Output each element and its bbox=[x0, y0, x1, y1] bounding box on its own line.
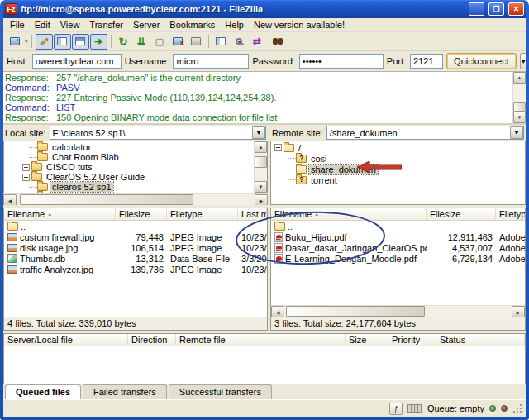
column-filetype[interactable]: Filetype bbox=[167, 208, 238, 220]
username-input[interactable] bbox=[173, 54, 249, 69]
tree-hscroll-thumb[interactable] bbox=[20, 194, 193, 205]
tree-item-clearos-competitive[interactable]: Clearos Competitive bbox=[6, 192, 254, 193]
tree-item-torrent[interactable]: torrent bbox=[273, 174, 525, 185]
tree-item-share-dokumen[interactable]: share_dokumen bbox=[273, 164, 525, 174]
local-tree-toggle-button[interactable] bbox=[54, 34, 71, 50]
scroll-down-icon[interactable]: ▼ bbox=[513, 112, 526, 123]
tab-successful-transfers[interactable]: Successful transfers bbox=[169, 384, 272, 399]
column-status[interactable]: Status bbox=[436, 334, 525, 346]
site-manager-dropdown[interactable]: ▾ bbox=[25, 38, 28, 45]
status-bar: ƒ Queue: empty bbox=[3, 399, 526, 417]
disconnect-button[interactable]: × bbox=[169, 34, 187, 50]
column-server-local-file[interactable]: Server/Local file bbox=[4, 334, 128, 346]
scroll-down-icon[interactable]: ▼ bbox=[255, 181, 267, 193]
list-item[interactable]: Thumbs.db13,312Data Base File3/3/2011 10… bbox=[4, 253, 267, 264]
scroll-right-icon[interactable]: ▶ bbox=[512, 306, 525, 317]
process-queue-button[interactable]: ⇊ bbox=[133, 34, 150, 50]
log-vertical-scrollbar[interactable]: ▲ ▼ bbox=[512, 72, 526, 123]
cancel-operation-button[interactable]: ▢ bbox=[151, 34, 169, 50]
host-input[interactable] bbox=[32, 54, 122, 69]
column-direction[interactable]: Direction bbox=[128, 334, 176, 346]
scroll-left-icon[interactable]: ◀ bbox=[3, 194, 17, 205]
folder-icon bbox=[37, 143, 48, 151]
minimize-button[interactable]: _ bbox=[469, 2, 484, 16]
password-input[interactable] bbox=[299, 54, 384, 69]
column-filesize[interactable]: Filesize bbox=[116, 208, 167, 220]
list-item[interactable]: Dasar_dasar_Jaringan_ClearOS.pdf4,537,00… bbox=[271, 242, 525, 253]
column-size[interactable]: Size bbox=[346, 334, 388, 346]
log-scroll-thumb[interactable] bbox=[513, 102, 526, 112]
menu-help[interactable]: Help bbox=[220, 19, 249, 31]
port-input[interactable] bbox=[410, 54, 443, 69]
menu-new-version[interactable]: New version available! bbox=[249, 19, 350, 31]
list-item-updir[interactable]: .. bbox=[271, 221, 525, 231]
directory-comparison-icon bbox=[236, 38, 242, 45]
local-status-text: 4 files. Total size: 339,010 bytes bbox=[4, 317, 267, 330]
host-label: Host: bbox=[7, 56, 29, 66]
remote-list-horizontal-scrollbar[interactable]: ◀ ▶ bbox=[271, 305, 525, 317]
find-files-button[interactable] bbox=[267, 34, 284, 50]
tree-item-root[interactable]: / bbox=[273, 142, 525, 153]
combo-dropdown-icon[interactable]: ▼ bbox=[510, 126, 523, 139]
local-tree-vertical-scrollbar[interactable]: ▲ ▼ bbox=[254, 141, 267, 193]
maximize-button[interactable]: ❐ bbox=[488, 2, 504, 16]
menu-server[interactable]: Server bbox=[128, 19, 164, 31]
tree-item-calculator[interactable]: calculator bbox=[6, 142, 254, 152]
column-filename[interactable]: Filename▲ bbox=[4, 208, 116, 220]
column-last-modified[interactable]: Last modified bbox=[238, 208, 267, 220]
queue-toggle-button[interactable]: ➔ bbox=[90, 34, 107, 50]
local-tree-horizontal-scrollbar[interactable]: ◀ ▶ bbox=[3, 193, 268, 205]
menu-bookmarks[interactable]: Bookmarks bbox=[164, 19, 220, 31]
tree-item-cisco-tuts[interactable]: CISCO tuts bbox=[6, 162, 254, 172]
menu-transfer[interactable]: Transfer bbox=[84, 19, 128, 31]
scroll-left-icon[interactable]: ◀ bbox=[271, 306, 284, 317]
tree-item-clearos-user-guide[interactable]: ClearOS 5.2 User Guide bbox=[6, 172, 254, 182]
pdf-file-icon bbox=[274, 254, 283, 264]
list-item[interactable]: Buku_Hijau.pdf12,911,463Adobe Acro...5/7… bbox=[271, 231, 525, 242]
tree-item-chat-room-blab[interactable]: Chat Room Blab bbox=[6, 152, 254, 162]
list-item[interactable]: disk usage.jpg106,514JPEG Image10/23/201… bbox=[4, 242, 267, 253]
list-item[interactable]: E-Learning_Dengan_Moodle.pdf6,729,134Ado… bbox=[271, 253, 525, 264]
column-priority[interactable]: Priority bbox=[388, 334, 436, 346]
site-manager-button[interactable] bbox=[6, 34, 23, 50]
list-hscroll-thumb[interactable] bbox=[286, 306, 425, 317]
tree-scroll-thumb[interactable] bbox=[255, 156, 267, 168]
scroll-up-icon[interactable]: ▲ bbox=[255, 141, 267, 153]
quickconnect-button[interactable]: Quickconnect bbox=[446, 53, 517, 69]
reconnect-button[interactable] bbox=[188, 34, 205, 50]
collapse-icon[interactable] bbox=[274, 144, 282, 151]
scroll-up-icon[interactable]: ▲ bbox=[513, 72, 526, 84]
scroll-right-icon[interactable]: ▶ bbox=[255, 194, 268, 205]
message-log-toggle-button[interactable] bbox=[36, 34, 53, 50]
quickconnect-dropdown[interactable]: ▼ bbox=[520, 53, 526, 69]
column-filetype[interactable]: Filetype bbox=[496, 208, 526, 220]
list-item-updir[interactable]: .. bbox=[4, 221, 267, 231]
synchronized-browsing-button[interactable]: ⇄ bbox=[249, 34, 266, 50]
menu-edit[interactable]: Edit bbox=[30, 19, 55, 31]
local-site-combo[interactable]: E:\clearos 52 sp1\ ▼ bbox=[50, 126, 266, 140]
list-item[interactable]: traffic Analyzer.jpg139,736JPEG Image10/… bbox=[4, 264, 267, 274]
resize-grip[interactable] bbox=[512, 403, 522, 413]
combo-dropdown-icon[interactable]: ▼ bbox=[252, 126, 265, 139]
menu-view[interactable]: View bbox=[55, 19, 85, 31]
tab-failed-transfers[interactable]: Failed transfers bbox=[83, 384, 167, 399]
title-bar[interactable]: Fz ftp://micro@spensa.poweredbyclear.com… bbox=[3, 0, 526, 18]
expand-icon[interactable] bbox=[22, 174, 30, 181]
tree-item-cosi[interactable]: cosi bbox=[273, 153, 525, 164]
remote-tree-toggle-button[interactable] bbox=[72, 34, 89, 50]
close-button[interactable]: ✕ bbox=[508, 2, 524, 16]
column-remote-file[interactable]: Remote file bbox=[176, 334, 346, 346]
list-item[interactable]: custom firewall.jpg79,448JPEG Image10/23… bbox=[4, 231, 267, 242]
directory-comparison-button[interactable] bbox=[231, 34, 248, 50]
menu-file[interactable]: File bbox=[5, 19, 30, 31]
synchronized-browsing-icon: ⇄ bbox=[253, 36, 261, 47]
speed-limit-icon[interactable]: ƒ bbox=[389, 403, 403, 415]
refresh-button[interactable]: ↻ bbox=[115, 34, 132, 50]
column-filename[interactable]: Filename▲ bbox=[271, 208, 427, 220]
tree-item-clearos-52-sp1[interactable]: clearos 52 sp1 bbox=[6, 182, 254, 192]
expand-icon[interactable] bbox=[22, 164, 30, 171]
remote-site-combo[interactable]: /share_dokumen ▼ bbox=[326, 126, 524, 140]
tab-queued-files[interactable]: Queued files bbox=[5, 384, 81, 399]
filter-button[interactable] bbox=[212, 34, 230, 50]
column-filesize[interactable]: Filesize bbox=[427, 208, 496, 220]
